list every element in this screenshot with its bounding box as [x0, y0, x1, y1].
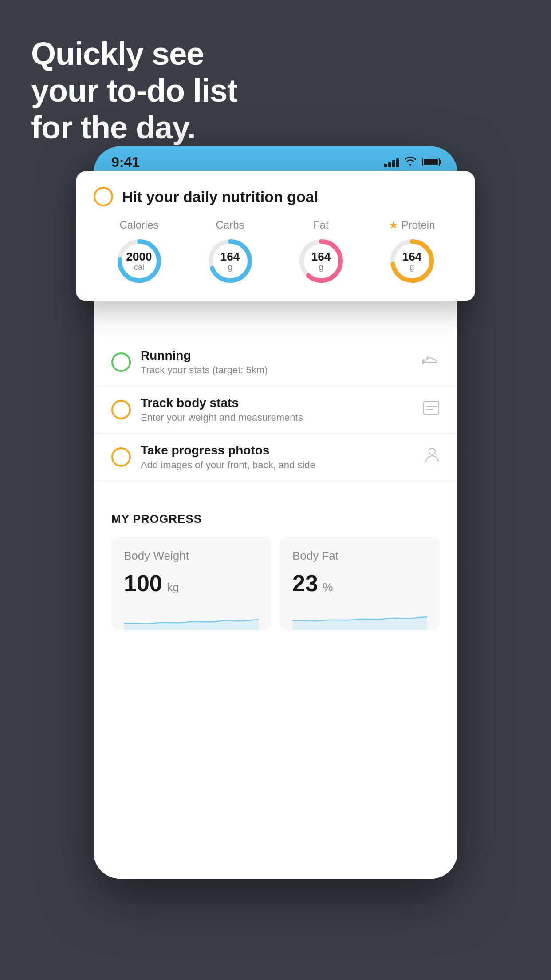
fat-label: Fat — [313, 219, 329, 231]
body-fat-chart — [292, 604, 427, 630]
progress-header: MY PROGRESS — [111, 512, 440, 526]
todo-checkbox-body-stats[interactable] — [111, 400, 131, 419]
calories-unit: cal — [126, 263, 152, 272]
nutrition-carbs: Carbs 164 g — [206, 219, 255, 285]
svg-point-1 — [429, 448, 435, 454]
scale-icon — [423, 400, 440, 419]
body-weight-value-row: 100 kg — [124, 570, 259, 597]
todo-subtitle-running: Track your stats (target: 5km) — [141, 364, 412, 376]
todo-text-progress-photos: Take progress photos Add images of your … — [141, 443, 415, 471]
todo-title-body-stats: Track body stats — [141, 396, 413, 410]
body-fat-label: Body Fat — [292, 549, 427, 563]
todo-list: Running Track your stats (target: 5km) — [94, 339, 457, 481]
body-weight-value: 100 — [124, 570, 162, 596]
carbs-label: Carbs — [216, 219, 244, 231]
carbs-unit: g — [220, 263, 240, 272]
carbs-value: 164 — [220, 250, 240, 263]
fat-ring: 164 g — [297, 237, 346, 285]
todo-item-body-stats[interactable]: Track body stats Enter your weight and m… — [94, 386, 457, 434]
carbs-ring: 164 g — [206, 237, 255, 285]
body-fat-value: 23 — [292, 570, 318, 596]
status-icons — [384, 156, 440, 168]
fat-unit: g — [311, 263, 331, 272]
calories-value: 2000 — [126, 250, 152, 263]
todo-item-running[interactable]: Running Track your stats (target: 5km) — [94, 339, 457, 386]
star-icon: ★ — [389, 219, 398, 231]
todo-item-progress-photos[interactable]: Take progress photos Add images of your … — [94, 434, 457, 481]
fat-value: 164 — [311, 250, 331, 263]
progress-cards: Body Weight 100 kg — [111, 537, 440, 630]
protein-value-container: 164 g — [402, 250, 421, 272]
hero-line3: for the day. — [31, 109, 237, 146]
status-time: 9:41 — [111, 154, 140, 170]
body-weight-card: Body Weight 100 kg — [111, 537, 271, 630]
wifi-icon — [404, 156, 417, 168]
calories-ring: 2000 cal — [115, 237, 164, 285]
nutrition-checkbox[interactable] — [94, 187, 113, 206]
body-weight-unit: kg — [167, 581, 179, 594]
person-icon — [425, 447, 440, 468]
body-fat-unit: % — [323, 581, 333, 594]
nutrition-card: Hit your daily nutrition goal Calories 2… — [76, 171, 475, 301]
signal-icon — [384, 157, 399, 167]
todo-title-running: Running — [141, 348, 412, 363]
protein-ring: 164 g — [388, 237, 437, 285]
body-fat-value-row: 23 % — [292, 570, 427, 597]
calories-label: Calories — [119, 219, 158, 231]
body-fat-card: Body Fat 23 % — [280, 537, 440, 630]
todo-checkbox-progress-photos[interactable] — [111, 447, 131, 467]
shoe-icon — [422, 353, 440, 371]
battery-icon — [422, 158, 440, 166]
app-content: THINGS TO DO TODAY Running Track your st… — [94, 217, 457, 879]
hero-line2: your to-do list — [31, 72, 237, 109]
nutrition-fat: Fat 164 g — [297, 219, 346, 285]
progress-section: MY PROGRESS Body Weight 100 kg — [94, 499, 457, 644]
hero-text: Quickly see your to-do list for the day. — [31, 36, 237, 146]
carbs-value-container: 164 g — [220, 250, 240, 272]
todo-text-running: Running Track your stats (target: 5km) — [141, 348, 412, 376]
todo-text-body-stats: Track body stats Enter your weight and m… — [141, 396, 413, 423]
nutrition-protein: ★ Protein 164 g — [388, 219, 437, 285]
protein-value: 164 — [402, 250, 421, 263]
hero-line1: Quickly see — [31, 36, 237, 72]
todo-title-progress-photos: Take progress photos — [141, 443, 415, 458]
nutrition-calories: Calories 2000 cal — [115, 219, 164, 285]
todo-checkbox-running[interactable] — [111, 352, 131, 372]
nutrition-card-header: Hit your daily nutrition goal — [94, 187, 457, 206]
nutrition-card-title: Hit your daily nutrition goal — [122, 188, 318, 205]
body-weight-label: Body Weight — [124, 549, 259, 563]
todo-subtitle-body-stats: Enter your weight and measurements — [141, 412, 413, 423]
nutrition-grid: Calories 2000 cal Carbs — [94, 219, 457, 285]
protein-label: Protein — [401, 219, 435, 231]
todo-subtitle-progress-photos: Add images of your front, back, and side — [141, 459, 415, 471]
protein-label-container: ★ Protein — [389, 219, 435, 231]
protein-unit: g — [402, 263, 421, 272]
body-weight-chart — [124, 604, 259, 630]
svg-rect-0 — [424, 401, 439, 415]
fat-value-container: 164 g — [311, 250, 331, 272]
calories-value-container: 2000 cal — [126, 250, 152, 272]
